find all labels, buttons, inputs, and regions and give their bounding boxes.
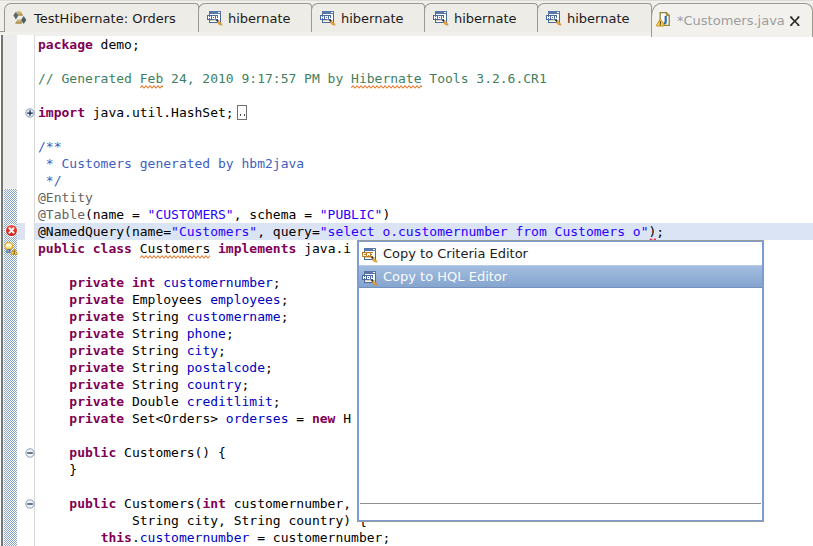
code-segment-d	[38, 377, 69, 392]
code-segment-d	[38, 343, 69, 358]
code-line-1: package demo;	[38, 36, 140, 53]
code-segment-k: public	[38, 241, 85, 256]
code-segment-k: class	[93, 241, 132, 256]
tab-label: hibernate	[567, 11, 630, 26]
code-segment-d	[38, 292, 69, 307]
code-segment-d: String	[124, 343, 187, 358]
code-line-22: private Double creditlimit;	[38, 393, 281, 410]
code-segment-d: Set<Orders>	[124, 411, 226, 426]
code-line-7: /**	[38, 138, 61, 155]
code-segment-d: String	[124, 309, 187, 324]
editor-tab-4[interactable]: hibernate	[537, 3, 652, 32]
code-line-25: public Customers() {	[38, 444, 226, 461]
code-line-5: import java.util.HashSet;	[38, 104, 234, 121]
editor-tab-0[interactable]: TestHibernate: Orders	[4, 3, 199, 32]
code-line-26: }	[38, 461, 77, 478]
code-segment-j: /**	[38, 139, 61, 154]
code-segment-d: ;	[281, 292, 289, 307]
fold-plus-marker[interactable]	[25, 108, 35, 118]
code-line-30: this.customernumber = customernumber;	[38, 529, 390, 546]
code-segment-k: import	[38, 105, 85, 120]
tab-label: hibernate	[341, 11, 404, 26]
code-segment-s: "select o.customernumber from Customers …	[320, 224, 649, 239]
code-segment-j: * Customers generated by hbm2java	[38, 156, 304, 171]
code-segment-k: private	[69, 360, 124, 375]
code-segment-d	[210, 241, 218, 256]
ruler-current-line-highlight	[17, 223, 25, 240]
code-line-10: @Entity	[38, 189, 93, 206]
code-line-15: private int customernumber;	[38, 274, 281, 291]
code-segment-d: ;	[242, 377, 250, 392]
code-segment-k: private	[69, 326, 124, 341]
fold-minus-marker[interactable]	[25, 499, 35, 509]
code-segment-k: private	[69, 377, 124, 392]
code-segment-d: = customernumber;	[249, 530, 390, 545]
fold-minus-marker[interactable]	[25, 448, 35, 458]
error-marker-icon[interactable]	[5, 224, 18, 237]
code-segment-c: // Generated	[38, 71, 140, 86]
code-line-3: // Generated Feb 24, 2010 9:17:57 PM by …	[38, 70, 547, 87]
criteria-editor-icon	[362, 247, 378, 263]
quickfix-bulb-icon[interactable]	[4, 242, 18, 255]
code-segment-c: Tools 3.2.6.CR1	[422, 71, 547, 86]
close-icon[interactable]	[789, 15, 801, 27]
code-line-19: private String city;	[38, 342, 226, 359]
code-segment-f: customernumber	[140, 530, 250, 545]
code-segment-d: H	[335, 411, 351, 426]
code-segment-k: implements	[218, 241, 296, 256]
code-segment-d: java.util.HashSet;	[85, 105, 234, 120]
code-line-17: private String customername;	[38, 308, 288, 325]
code-segment-f: postalcode	[187, 360, 265, 375]
editor-tab-1[interactable]: hibernate	[198, 3, 312, 32]
code-segment-d: Employees	[124, 292, 210, 307]
code-segment-d: java.i	[296, 241, 351, 256]
code-segment-d: )	[382, 207, 390, 222]
hql-editor-icon	[362, 270, 378, 286]
code-segment-d: ;	[218, 343, 226, 358]
code-segment-d: , schema =	[234, 207, 320, 222]
code-line-20: private String postalcode;	[38, 359, 273, 376]
hql-editor-icon	[207, 10, 223, 26]
code-segment-d	[38, 360, 69, 375]
code-segment-d	[85, 241, 93, 256]
hql-editor-icon	[546, 10, 562, 26]
menu-item-copy-to-criteria-editor[interactable]: Copy to Criteria Editor	[359, 242, 762, 265]
code-segment-d: ;	[273, 394, 281, 409]
editor-tab-3[interactable]: hibernate	[424, 3, 538, 32]
tab-label: hibernate	[454, 11, 517, 26]
code-segment-d: ;	[265, 360, 273, 375]
code-segment-f: customername	[187, 309, 281, 324]
code-line-23: private Set<Orders> orderses = new H	[38, 410, 351, 427]
code-segment-d: customernumber,	[226, 496, 351, 511]
code-segment-d	[38, 326, 69, 341]
code-segment-j: */	[38, 173, 61, 188]
code-segment-d: String	[124, 360, 187, 375]
collapsed-imports-box[interactable]	[237, 105, 248, 120]
code-segment-k: private	[69, 343, 124, 358]
hql-editor-icon	[433, 10, 449, 26]
code-line-8: * Customers generated by hbm2java	[38, 155, 304, 172]
code-line-29: String city, String country) {	[38, 512, 367, 529]
editor-tab-2[interactable]: hibernate	[311, 3, 425, 32]
code-segment-d: ;	[656, 224, 664, 239]
code-segment-d: ;	[273, 275, 281, 290]
code-segment-d: @NamedQuery(name=	[38, 224, 171, 239]
menu-item-copy-to-hql-editor[interactable]: Copy to HQL Editor	[359, 265, 762, 288]
code-segment-k: package	[38, 37, 93, 52]
code-segment-a: @Entity	[38, 190, 93, 205]
code-segment-d: demo;	[93, 37, 140, 52]
code-segment-k: int	[202, 496, 225, 511]
code-segment-d: , query=	[257, 224, 320, 239]
code-segment-d	[38, 309, 69, 324]
code-segment-f: country	[187, 377, 242, 392]
code-segment-k: private	[69, 309, 124, 324]
code-line-9: */	[38, 172, 61, 189]
code-segment-d: String	[124, 377, 187, 392]
code-segment-s: "Customers"	[171, 224, 257, 239]
tab-label: hibernate	[228, 11, 291, 26]
code-segment-d: Double	[124, 394, 187, 409]
code-line-16: private Employees employees;	[38, 291, 288, 308]
code-line-18: private String phone;	[38, 325, 234, 342]
code-segment-f: city	[187, 343, 218, 358]
editor-tab-active[interactable]: *Customers.java	[651, 3, 813, 37]
